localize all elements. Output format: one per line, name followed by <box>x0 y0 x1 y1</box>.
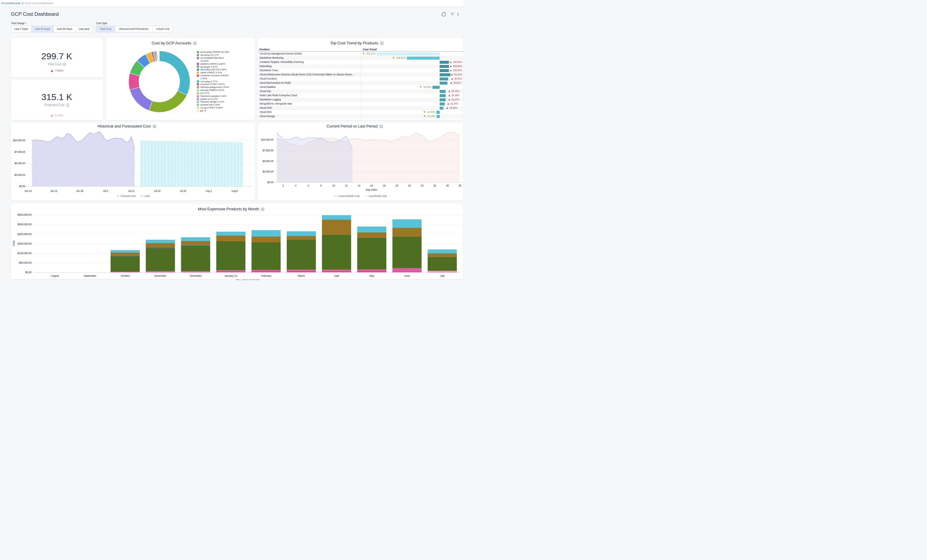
svg-text:$150,000.00: $150,000.00 <box>18 242 32 245</box>
svg-text:August: August <box>51 274 59 277</box>
svg-text:June: June <box>404 274 410 277</box>
svg-text:October: October <box>121 274 130 277</box>
svg-text:$200,000.00: $200,000.00 <box>18 233 32 235</box>
svg-text:November: November <box>154 274 166 277</box>
svg-text:$50,000.00: $50,000.00 <box>19 261 32 264</box>
svg-text:$300,000.00: $300,000.00 <box>18 213 32 216</box>
svg-text:$0.00: $0.00 <box>25 271 32 274</box>
svg-text:July: July <box>440 274 445 277</box>
svg-text:Cost: Cost <box>12 240 15 246</box>
svg-text:March: March <box>298 274 305 277</box>
svg-text:Time Period / Month: Time Period / Month <box>236 279 260 280</box>
svg-text:May: May <box>369 274 374 277</box>
svg-text:$250,000.00: $250,000.00 <box>18 223 32 226</box>
svg-text:January '21: January '21 <box>225 274 237 277</box>
svg-text:February: February <box>261 274 272 277</box>
svg-text:September: September <box>84 274 96 277</box>
svg-text:$100,000.00: $100,000.00 <box>18 252 32 255</box>
svg-text:December: December <box>190 274 202 277</box>
svg-text:April: April <box>334 274 339 277</box>
